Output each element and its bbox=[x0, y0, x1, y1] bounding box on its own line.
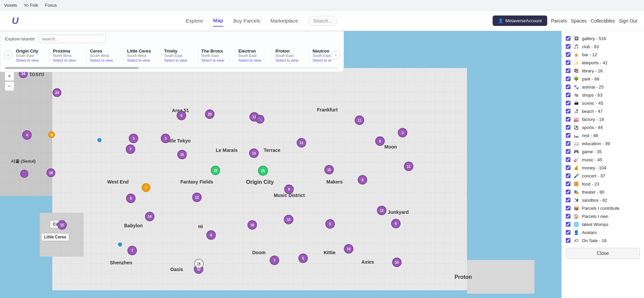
pin-11b[interactable]: 11 bbox=[297, 138, 306, 147]
filter-checkbox-24[interactable] bbox=[566, 230, 570, 235]
pin-gold-left[interactable]: ⭐ bbox=[48, 131, 55, 138]
nav-buy-parcels[interactable]: Buy Parcels bbox=[233, 15, 260, 26]
pin-6[interactable]: 6 bbox=[206, 230, 216, 240]
island-item-neutron[interactable]: Neutron South East Select to view bbox=[309, 47, 331, 64]
islands-prev-button[interactable]: ‹ bbox=[4, 51, 12, 59]
filter-item-2[interactable]: 🍺 bar - 12 bbox=[566, 51, 640, 59]
islands-next-button[interactable]: › bbox=[331, 51, 340, 59]
filter-item-18[interactable]: 🍔 food - 23 bbox=[566, 180, 640, 188]
filter-checkbox-1[interactable] bbox=[566, 44, 570, 49]
filter-checkbox-16[interactable] bbox=[566, 165, 570, 170]
filter-item-11[interactable]: ⚽ sports - 44 bbox=[566, 123, 640, 131]
filter-checkbox-25[interactable] bbox=[566, 238, 570, 243]
island-item-electron[interactable]: Electron South East Select to view bbox=[235, 47, 272, 64]
filter-item-24[interactable]: 👤 Avatars bbox=[566, 228, 640, 236]
filter-item-22[interactable]: 🏠 Parcels I own bbox=[566, 212, 640, 220]
filter-checkbox-4[interactable] bbox=[566, 68, 570, 73]
filter-checkbox-20[interactable] bbox=[566, 198, 570, 202]
pin-10-teal[interactable]: 10 bbox=[211, 166, 220, 175]
filter-checkbox-0[interactable] bbox=[566, 36, 570, 41]
pin-soccer[interactable]: ⚽ bbox=[194, 259, 204, 268]
account-button[interactable]: 👤 MetaverseAccount bbox=[493, 15, 547, 26]
pin-7c[interactable]: 7 bbox=[127, 246, 137, 255]
nav-explore[interactable]: Explore bbox=[186, 15, 203, 26]
pin-12[interactable]: 12 bbox=[192, 193, 202, 202]
browser-tab-voxels[interactable]: Voxels bbox=[4, 3, 17, 8]
zoom-in-button[interactable]: + bbox=[5, 71, 14, 81]
pin-15c[interactable]: 15 bbox=[284, 215, 293, 224]
filter-checkbox-18[interactable] bbox=[566, 181, 570, 186]
pin-25-teal[interactable]: 25 bbox=[258, 166, 268, 176]
filter-checkbox-7[interactable] bbox=[566, 93, 570, 97]
pin-10d[interactable]: 10 bbox=[344, 244, 353, 254]
filter-checkbox-10[interactable] bbox=[566, 117, 570, 122]
zoom-out-button[interactable]: − bbox=[5, 81, 14, 91]
pin-4[interactable]: 4 bbox=[22, 130, 32, 140]
filter-checkbox-15[interactable] bbox=[566, 157, 570, 162]
filter-item-25[interactable]: 🏷 On Sale - 18 bbox=[566, 236, 640, 244]
pin-10c[interactable]: 10 bbox=[392, 258, 402, 267]
filter-checkbox-23[interactable] bbox=[566, 222, 570, 227]
pin-12b[interactable]: 12 bbox=[377, 206, 386, 215]
filter-item-1[interactable]: 🎵 club - 93 bbox=[566, 42, 640, 51]
map-area[interactable]: Explore islands ‹ Origin City South East… bbox=[0, 31, 561, 298]
filter-item-9[interactable]: 🏖 beach - 47 bbox=[566, 107, 640, 115]
pin-13[interactable]: 13 bbox=[249, 148, 259, 158]
filter-item-3[interactable]: ✨ teleports - 41 bbox=[566, 59, 640, 67]
pin-icon1[interactable]: 🔧 bbox=[256, 115, 264, 124]
pin-7b[interactable]: 7 bbox=[270, 256, 279, 265]
filter-checkbox-9[interactable] bbox=[566, 109, 570, 113]
filter-item-15[interactable]: 🎸 music - 45 bbox=[566, 156, 640, 164]
filter-checkbox-22[interactable] bbox=[566, 214, 570, 219]
filter-checkbox-19[interactable] bbox=[566, 190, 570, 194]
filter-item-13[interactable]: 📖 education - 39 bbox=[566, 139, 640, 147]
filter-checkbox-3[interactable] bbox=[566, 60, 570, 65]
pin-11c[interactable]: 11 bbox=[355, 115, 364, 125]
pin-10b[interactable]: 10 bbox=[247, 220, 257, 230]
filter-item-10[interactable]: 🏭 factory - 19 bbox=[566, 115, 640, 123]
pin-9b[interactable]: 9 bbox=[375, 136, 385, 146]
pin-gold-3[interactable]: 3 bbox=[142, 183, 150, 192]
filter-checkbox-12[interactable] bbox=[566, 133, 570, 138]
island-item-ceres[interactable]: Ceres South West Select to view bbox=[87, 47, 124, 64]
filter-checkbox-5[interactable] bbox=[566, 76, 570, 81]
filter-item-6[interactable]: 🐾 animal - 25 bbox=[566, 83, 640, 91]
pin-20[interactable]: 20 bbox=[205, 109, 214, 119]
filter-item-7[interactable]: 🛍 shops - 63 bbox=[566, 91, 640, 99]
pin-18[interactable]: 18 bbox=[47, 168, 55, 177]
filter-item-21[interactable]: 📦 Parcels I contribute bbox=[566, 204, 640, 212]
filter-checkbox-21[interactable] bbox=[566, 206, 570, 210]
pin-15a[interactable]: 15 bbox=[177, 150, 187, 159]
island-item-trinity[interactable]: Trinity South East Select to view bbox=[161, 47, 198, 64]
filter-item-0[interactable]: 🖼 gallery - 516 bbox=[566, 34, 640, 42]
pin-6b[interactable]: 6 bbox=[391, 219, 401, 228]
filter-checkbox-14[interactable] bbox=[566, 149, 570, 154]
filter-item-23[interactable]: 🌐 latest Womps bbox=[566, 220, 640, 228]
pin-24[interactable]: 24 bbox=[53, 88, 61, 97]
pin-5[interactable]: 5 bbox=[177, 111, 186, 120]
filter-item-4[interactable]: 📚 library - 16 bbox=[566, 67, 640, 75]
pin-15b[interactable]: 15 bbox=[324, 165, 334, 174]
filter-item-12[interactable]: 🛌 rest - 48 bbox=[566, 131, 640, 139]
pin-5b[interactable]: 5 bbox=[325, 219, 335, 229]
explore-scrollbar[interactable] bbox=[5, 67, 339, 69]
pin-seoul2[interactable] bbox=[20, 170, 28, 178]
nav-marketplace[interactable]: Marketplace bbox=[270, 15, 298, 26]
nav-map[interactable]: Map bbox=[213, 15, 223, 27]
browser-tab-foxus[interactable]: Foxus bbox=[45, 3, 57, 8]
filter-item-20[interactable]: 🏜 sandbox - 82 bbox=[566, 196, 640, 204]
pin-5c[interactable]: 5 bbox=[298, 254, 308, 263]
pin-3a[interactable]: 3 bbox=[129, 134, 138, 143]
island-item-thebronx[interactable]: The Bronx North East Select to view bbox=[198, 47, 235, 64]
pin-9[interactable]: 9 bbox=[284, 185, 294, 194]
pin-15-ceres[interactable]: 15 bbox=[57, 220, 67, 230]
pin-7a[interactable]: 7 bbox=[126, 144, 135, 154]
pin-8[interactable]: 8 bbox=[358, 175, 367, 185]
close-button[interactable]: Close bbox=[566, 248, 640, 259]
island-item-origincity[interactable]: Origin City South East Select to view bbox=[12, 47, 50, 64]
nav-parcels-link[interactable]: Parcels bbox=[551, 18, 567, 24]
island-item-proton[interactable]: Proton South East Select to view bbox=[272, 47, 309, 64]
pin-11d[interactable]: 11 bbox=[404, 162, 413, 171]
pin-8b[interactable]: 8 bbox=[126, 194, 136, 203]
filter-checkbox-6[interactable] bbox=[566, 85, 570, 89]
